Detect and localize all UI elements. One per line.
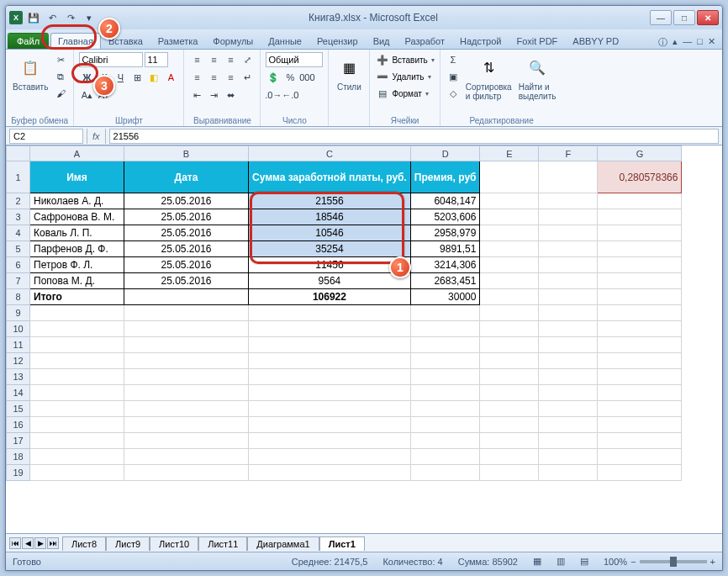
delete-cells-button[interactable]: ➖Удалить▾: [375, 69, 430, 84]
cell-A5[interactable]: Парфенов Д. Ф.: [30, 241, 124, 257]
cell-D2[interactable]: 6048,147: [410, 193, 480, 209]
col-A[interactable]: A: [30, 146, 124, 161]
undo-icon[interactable]: ↶: [45, 10, 60, 25]
tab-formulas[interactable]: Формулы: [205, 33, 261, 49]
align-bot-icon[interactable]: ≡: [223, 52, 238, 67]
cell-C8[interactable]: 106922: [249, 289, 411, 305]
clear-icon[interactable]: ◇: [446, 86, 461, 101]
tab-layout[interactable]: Разметка: [150, 33, 206, 49]
number-format-select[interactable]: [266, 52, 323, 67]
tab-nav-prev[interactable]: ◀: [22, 537, 34, 549]
cell-A6[interactable]: Петров Ф. Л.: [30, 257, 124, 273]
wrap-text-icon[interactable]: ↵: [240, 70, 255, 85]
autosum-icon[interactable]: Σ: [446, 52, 461, 67]
qat-more-icon[interactable]: ▾: [82, 10, 97, 25]
cell-D7[interactable]: 2683,451: [410, 273, 480, 289]
styles-button[interactable]: ▦ Стили: [334, 52, 364, 93]
close-button[interactable]: ✕: [697, 10, 719, 25]
cell-A8[interactable]: Итого: [30, 289, 124, 305]
header-date[interactable]: Дата: [124, 161, 249, 193]
align-center-icon[interactable]: ≡: [206, 70, 221, 85]
col-E[interactable]: E: [480, 146, 539, 161]
tab-abbyy[interactable]: ABBYY PD: [565, 33, 626, 49]
cell-F1[interactable]: [539, 161, 598, 193]
border-button[interactable]: ⊞: [129, 70, 145, 85]
tab-nav-last[interactable]: ⏭: [47, 537, 59, 549]
indent-dec-icon[interactable]: ⇤: [189, 87, 204, 103]
sheet-tab-0[interactable]: Лист8: [62, 536, 106, 551]
view-normal-icon[interactable]: ▦: [533, 556, 541, 567]
cell-C3[interactable]: 18546: [249, 209, 411, 225]
tab-developer[interactable]: Разработ: [398, 33, 452, 49]
tab-file[interactable]: Файл: [8, 33, 49, 49]
merge-icon[interactable]: ⬌: [223, 87, 238, 103]
row-8[interactable]: 8: [7, 289, 30, 305]
minimize-ribbon-icon[interactable]: ▴: [673, 36, 678, 49]
name-box[interactable]: C2: [9, 129, 83, 144]
tab-nav-next[interactable]: ▶: [34, 537, 46, 549]
tab-review[interactable]: Рецензир: [309, 33, 366, 49]
fill-icon[interactable]: ▣: [446, 69, 461, 84]
cell-A4[interactable]: Коваль Л. П.: [30, 225, 124, 241]
help-icon[interactable]: ⓘ: [658, 36, 667, 49]
doc-close-icon[interactable]: ✕: [708, 36, 715, 49]
tab-data[interactable]: Данные: [261, 33, 309, 49]
select-all-corner[interactable]: [7, 146, 30, 161]
insert-cells-button[interactable]: ➕Вставить▾: [375, 52, 434, 67]
font-name-select[interactable]: [79, 52, 143, 67]
cell-C4[interactable]: 10546: [249, 225, 411, 241]
sheet-tab-4[interactable]: Диаграмма1: [247, 536, 319, 551]
format-painter-icon[interactable]: 🖌: [53, 86, 68, 101]
font-size-select[interactable]: [145, 52, 168, 67]
sheet-tab-1[interactable]: Лист9: [106, 536, 150, 551]
dec-decimal-icon[interactable]: ←.0: [282, 87, 298, 103]
cell-A7[interactable]: Попова М. Д.: [30, 273, 124, 289]
align-right-icon[interactable]: ≡: [223, 70, 238, 85]
view-layout-icon[interactable]: ▥: [557, 556, 565, 567]
indent-inc-icon[interactable]: ⇥: [206, 87, 221, 103]
cell-B5[interactable]: 25.05.2016: [124, 241, 249, 257]
align-left-icon[interactable]: ≡: [189, 70, 204, 85]
fx-icon[interactable]: fx: [87, 129, 106, 144]
col-F[interactable]: F: [539, 146, 598, 161]
doc-max-icon[interactable]: □: [697, 36, 703, 49]
fill-color-button[interactable]: ◧: [146, 70, 161, 85]
cell-D5[interactable]: 9891,51: [410, 241, 480, 257]
cell-G1[interactable]: 0,280578366: [598, 161, 682, 193]
doc-min-icon[interactable]: —: [683, 36, 692, 49]
view-pagebreak-icon[interactable]: ▤: [580, 556, 588, 567]
bold-button[interactable]: Ж: [79, 70, 94, 85]
row-3[interactable]: 3: [7, 209, 30, 225]
col-G[interactable]: G: [598, 146, 682, 161]
cell-D8[interactable]: 30000: [410, 289, 480, 305]
col-B[interactable]: B: [124, 146, 249, 161]
cell-B8[interactable]: [124, 289, 249, 305]
tab-insert[interactable]: Вставка: [101, 33, 150, 49]
inc-decimal-icon[interactable]: .0→: [266, 87, 281, 103]
cut-icon[interactable]: ✂: [53, 52, 68, 67]
tab-addins[interactable]: Надстрой: [452, 33, 509, 49]
redo-icon[interactable]: ↷: [63, 10, 78, 25]
grid[interactable]: A B C D E F G 1 Имя Дата Сумма заработно…: [6, 145, 722, 533]
cell-C5[interactable]: 35254: [249, 241, 411, 257]
header-name[interactable]: Имя: [30, 161, 124, 193]
row-6[interactable]: 6: [7, 257, 30, 273]
format-cells-button[interactable]: ▤Формат▾: [375, 86, 429, 101]
cell-B3[interactable]: 25.05.2016: [124, 209, 249, 225]
formula-input[interactable]: 21556: [109, 129, 719, 144]
zoom-slider[interactable]: [640, 560, 707, 563]
row-1[interactable]: 1: [7, 161, 30, 193]
percent-icon[interactable]: %: [282, 70, 298, 85]
sheet-tab-2[interactable]: Лист10: [150, 536, 198, 551]
italic-button[interactable]: К: [96, 70, 111, 85]
col-C[interactable]: C: [249, 146, 411, 161]
cell-B4[interactable]: 25.05.2016: [124, 225, 249, 241]
tab-foxit[interactable]: Foxit PDF: [509, 33, 565, 49]
header-bonus[interactable]: Премия, руб: [410, 161, 480, 193]
cell-C2[interactable]: 21556: [249, 193, 411, 209]
cell-D4[interactable]: 2958,979: [410, 225, 480, 241]
currency-icon[interactable]: 💲: [266, 70, 281, 85]
minimize-button[interactable]: —: [650, 10, 672, 25]
tab-nav-first[interactable]: ⏮: [9, 537, 21, 549]
tab-home[interactable]: Главная: [50, 33, 101, 49]
